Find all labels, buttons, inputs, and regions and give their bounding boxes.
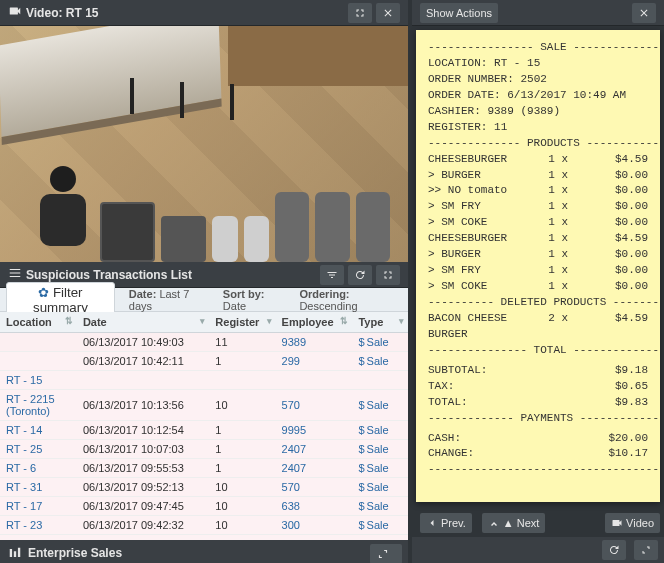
transactions-panel: Suspicious Transactions List ✿ Filter su…: [0, 262, 408, 563]
enterprise-sales-bar[interactable]: Enterprise Sales: [0, 540, 408, 563]
col-date[interactable]: Date▾: [77, 312, 209, 333]
receipt: ---------------- SALE ---------------- L…: [416, 30, 660, 502]
prev-button[interactable]: Prev.: [420, 513, 472, 533]
transactions-title: Suspicious Transactions List: [26, 268, 316, 282]
transactions-refresh-button[interactable]: [348, 265, 372, 285]
video-expand-button[interactable]: [348, 3, 372, 23]
enterprise-sales-title: Enterprise Sales: [28, 546, 122, 560]
table-row[interactable]: RT - 2215 (Toronto)06/13/2017 10:13:5610…: [0, 390, 408, 421]
transactions-table: Location⇅ Date▾ Register▾ Employee⇅ Type…: [0, 312, 408, 563]
video-title-prefix: Video:: [26, 6, 62, 20]
show-actions-button[interactable]: Show Actions: [420, 3, 498, 23]
table-row[interactable]: RT - 1706/13/2017 09:47:4510638$Sale: [0, 497, 408, 516]
col-register[interactable]: Register▾: [209, 312, 275, 333]
actions-close-button[interactable]: [632, 3, 656, 23]
col-location[interactable]: Location⇅: [0, 312, 77, 333]
table-row[interactable]: RT - 606/13/2017 09:55:5312407$Sale: [0, 459, 408, 478]
table-row[interactable]: RT - 3106/13/2017 09:52:1310570$Sale: [0, 478, 408, 497]
transactions-filter-button[interactable]: [320, 265, 344, 285]
transactions-expand-button[interactable]: [376, 265, 400, 285]
table-row[interactable]: RT - 2306/13/2017 09:42:3210300$Sale: [0, 516, 408, 535]
footer-refresh-button[interactable]: [602, 540, 626, 560]
enterprise-expand-button[interactable]: [370, 544, 402, 563]
list-icon: [8, 266, 22, 283]
footer-expand-button[interactable]: [634, 540, 658, 560]
table-row[interactable]: RT - 15: [0, 371, 408, 390]
video-header: Video: RT 15: [0, 0, 408, 26]
table-row[interactable]: RT - 2506/13/2017 10:07:0312407$Sale: [0, 440, 408, 459]
video-frame[interactable]: [0, 26, 408, 262]
col-employee[interactable]: Employee⇅: [276, 312, 353, 333]
table-row[interactable]: RT - 1406/13/2017 10:12:5419995$Sale: [0, 421, 408, 440]
actions-header: Show Actions: [412, 0, 664, 26]
table-row[interactable]: 06/13/2017 10:49:03119389$Sale: [0, 333, 408, 352]
video-close-button[interactable]: [376, 3, 400, 23]
table-row[interactable]: 06/13/2017 10:42:111299$Sale: [0, 352, 408, 371]
col-type[interactable]: Type▾: [352, 312, 408, 333]
video-panel: Video: RT 15: [0, 0, 408, 262]
camera-icon: [8, 4, 22, 21]
video-jump-button[interactable]: Video: [605, 513, 660, 533]
right-footer: [412, 537, 664, 563]
filter-row: ✿ Filter summary Date: Last 7 days Sort …: [0, 288, 408, 312]
video-title: RT 15: [66, 6, 99, 20]
next-button[interactable]: ▲ Next: [482, 513, 546, 533]
